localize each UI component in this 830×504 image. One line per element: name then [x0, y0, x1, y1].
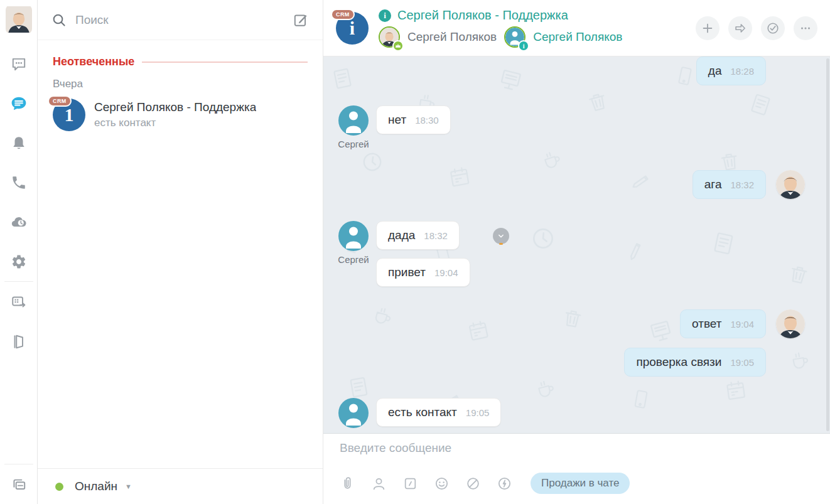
chevron-down-icon[interactable]: ▼: [125, 483, 132, 490]
date-group-label: Вчера: [53, 78, 308, 90]
emoji-icon[interactable]: [434, 476, 450, 491]
sender-avatar-icon[interactable]: [338, 221, 369, 251]
participant-avatar-photo[interactable]: [379, 26, 400, 48]
message-text: дада: [388, 228, 415, 242]
door-icon[interactable]: [0, 321, 38, 361]
own-avatar: [776, 309, 805, 338]
section-header: Неотвеченные: [53, 55, 308, 68]
chat-item-preview: есть контакт: [94, 117, 256, 129]
crown-badge-icon: [392, 40, 404, 51]
message-list[interactable]: да 18:28 Сергей нет 18:30 ага 18:32: [323, 56, 830, 433]
resolve-button[interactable]: [761, 16, 785, 40]
outgoing-message-bubble[interactable]: проверка связи 19:05: [624, 348, 766, 377]
composer-toolbar: Продажи в чате: [340, 469, 814, 503]
section-divider: [142, 62, 308, 63]
chats-icon[interactable]: [0, 44, 38, 83]
contact-icon[interactable]: [371, 476, 387, 491]
message-time: 19:04: [730, 319, 754, 330]
section-title: Неотвеченные: [53, 55, 134, 68]
outgoing-message-bubble[interactable]: ответ 19:04: [680, 309, 766, 338]
sender-name: Сергей: [338, 139, 369, 149]
notifications-icon[interactable]: [0, 123, 38, 163]
icon-rail: [0, 0, 38, 504]
message-time: 18:32: [730, 180, 754, 190]
message-row: да 18:28: [338, 56, 815, 85]
conversation-title[interactable]: Сергей Поляков - Поддержка: [397, 8, 568, 23]
message-text: да: [708, 64, 722, 78]
message-row: Сергей есть контакт 19:05: [338, 398, 815, 433]
compose-icon[interactable]: [293, 12, 309, 28]
participant-name[interactable]: Сергей Поляков: [533, 30, 622, 44]
participant-avatar-silhouette[interactable]: i: [504, 26, 525, 48]
more-button[interactable]: [794, 16, 817, 40]
scroll-down-button[interactable]: [493, 228, 509, 244]
chat-list-item[interactable]: 1 CRM Сергей Поляков - Поддержка есть ко…: [38, 90, 323, 139]
forward-button[interactable]: [728, 16, 752, 40]
chat-list-panel: Неотвеченные Вчера 1 CRM Сергей Поляков …: [38, 0, 323, 504]
message-row: Сергей нет 18:30: [338, 105, 815, 149]
quick-reply-button[interactable]: Продажи в чате: [531, 473, 630, 494]
template-icon[interactable]: [402, 476, 418, 491]
message-text: привет: [388, 265, 426, 279]
hidden-message-icon[interactable]: [465, 476, 481, 491]
windows-icon[interactable]: [0, 464, 38, 504]
sender-avatar-icon[interactable]: [338, 398, 369, 428]
participant-name[interactable]: Сергей Поляков: [407, 30, 497, 44]
conversation-avatar[interactable]: i CRM: [336, 12, 369, 45]
message-text: ага: [704, 178, 722, 191]
message-time: 19:05: [466, 407, 490, 418]
scrollbar[interactable]: [826, 58, 829, 431]
attach-icon[interactable]: [340, 476, 355, 491]
quick-actions-icon[interactable]: [497, 476, 512, 491]
export-card-icon[interactable]: [0, 282, 38, 321]
message-time: 18:32: [424, 230, 448, 241]
sender-avatar-icon[interactable]: [338, 105, 369, 136]
message-time: 18:30: [415, 115, 439, 126]
info-badge-icon: i: [518, 40, 529, 51]
incoming-message-bubble[interactable]: привет 19:04: [376, 258, 470, 287]
message-composer: Продажи в чате: [323, 433, 830, 504]
message-row: проверка связи 19:05: [338, 348, 815, 377]
settings-gear-icon[interactable]: [0, 242, 38, 281]
crm-badge: CRM: [48, 95, 72, 107]
chat-item-title: Сергей Поляков - Поддержка: [94, 100, 256, 114]
search-bar: [38, 0, 323, 40]
outgoing-message-bubble[interactable]: да 18:28: [696, 56, 766, 85]
calls-icon[interactable]: [0, 163, 38, 202]
message-row: ага 18:32: [338, 170, 815, 199]
active-dialogs-icon[interactable]: [0, 83, 38, 123]
message-time: 19:05: [730, 357, 754, 368]
outgoing-message-bubble[interactable]: ага 18:32: [693, 170, 766, 199]
conversation-pane: i CRM i Сергей Поляков - Поддержка Серге…: [323, 0, 830, 504]
message-group: Сергей дада 18:32 привет 19:04: [338, 221, 815, 287]
conversation-header: i CRM i Сергей Поляков - Поддержка Серге…: [323, 0, 830, 56]
message-text: ответ: [692, 317, 721, 331]
status-bar: Онлайн ▼: [38, 468, 323, 504]
message-text: нет: [388, 113, 406, 127]
message-text: есть контакт: [388, 405, 457, 419]
own-avatar: [776, 170, 805, 199]
search-icon: [51, 13, 67, 28]
add-button[interactable]: [696, 16, 720, 40]
message-text: проверка связи: [636, 355, 721, 369]
online-status-label[interactable]: Онлайн: [75, 480, 117, 493]
info-icon[interactable]: i: [379, 9, 391, 22]
cloud-history-icon[interactable]: [0, 202, 38, 242]
online-status-dot: [55, 483, 63, 491]
incoming-message-bubble[interactable]: есть контакт 19:05: [376, 398, 501, 427]
chat-avatar: 1 CRM: [53, 99, 85, 131]
message-time: 18:28: [730, 66, 754, 77]
search-input[interactable]: [75, 13, 284, 27]
message-input[interactable]: [340, 441, 814, 469]
sender-name: Сергей: [338, 431, 369, 433]
incoming-message-bubble[interactable]: нет 18:30: [376, 105, 451, 134]
message-row: ответ 19:04: [338, 309, 815, 338]
header-actions: [696, 16, 817, 40]
sender-name: Сергей: [338, 254, 369, 265]
message-time: 19:04: [434, 267, 458, 278]
crm-badge: CRM: [331, 9, 355, 20]
incoming-message-bubble[interactable]: дада 18:32: [376, 221, 460, 250]
participants-row: Сергей Поляков i Сергей Поляков: [379, 26, 686, 48]
profile-avatar[interactable]: [6, 5, 32, 34]
